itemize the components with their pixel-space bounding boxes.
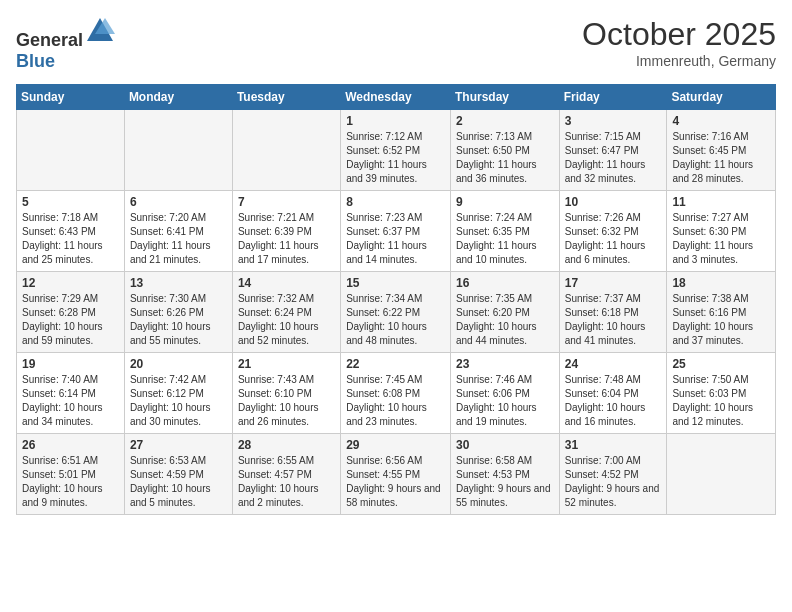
calendar-cell: 7Sunrise: 7:21 AMSunset: 6:39 PMDaylight… bbox=[232, 191, 340, 272]
weekday-header-cell: Thursday bbox=[450, 85, 559, 110]
day-number: 24 bbox=[565, 357, 662, 371]
day-info: Sunrise: 7:48 AMSunset: 6:04 PMDaylight:… bbox=[565, 373, 662, 429]
calendar-cell: 15Sunrise: 7:34 AMSunset: 6:22 PMDayligh… bbox=[341, 272, 451, 353]
day-info: Sunrise: 7:20 AMSunset: 6:41 PMDaylight:… bbox=[130, 211, 227, 267]
weekday-header-cell: Saturday bbox=[667, 85, 776, 110]
day-info: Sunrise: 7:15 AMSunset: 6:47 PMDaylight:… bbox=[565, 130, 662, 186]
calendar-cell: 2Sunrise: 7:13 AMSunset: 6:50 PMDaylight… bbox=[450, 110, 559, 191]
day-number: 10 bbox=[565, 195, 662, 209]
day-number: 14 bbox=[238, 276, 335, 290]
calendar-cell: 30Sunrise: 6:58 AMSunset: 4:53 PMDayligh… bbox=[450, 434, 559, 515]
title-block: October 2025 Immenreuth, Germany bbox=[582, 16, 776, 69]
day-number: 23 bbox=[456, 357, 554, 371]
day-info: Sunrise: 7:16 AMSunset: 6:45 PMDaylight:… bbox=[672, 130, 770, 186]
calendar-table: SundayMondayTuesdayWednesdayThursdayFrid… bbox=[16, 84, 776, 515]
day-info: Sunrise: 7:40 AMSunset: 6:14 PMDaylight:… bbox=[22, 373, 119, 429]
page-header: General Blue October 2025 Immenreuth, Ge… bbox=[16, 16, 776, 72]
day-info: Sunrise: 7:24 AMSunset: 6:35 PMDaylight:… bbox=[456, 211, 554, 267]
logo-general: General bbox=[16, 30, 83, 50]
day-info: Sunrise: 7:27 AMSunset: 6:30 PMDaylight:… bbox=[672, 211, 770, 267]
day-info: Sunrise: 6:53 AMSunset: 4:59 PMDaylight:… bbox=[130, 454, 227, 510]
logo-text: General Blue bbox=[16, 16, 115, 72]
day-number: 7 bbox=[238, 195, 335, 209]
day-number: 3 bbox=[565, 114, 662, 128]
calendar-cell: 17Sunrise: 7:37 AMSunset: 6:18 PMDayligh… bbox=[559, 272, 667, 353]
calendar-week-row: 1Sunrise: 7:12 AMSunset: 6:52 PMDaylight… bbox=[17, 110, 776, 191]
calendar-cell: 11Sunrise: 7:27 AMSunset: 6:30 PMDayligh… bbox=[667, 191, 776, 272]
day-info: Sunrise: 6:51 AMSunset: 5:01 PMDaylight:… bbox=[22, 454, 119, 510]
day-info: Sunrise: 6:56 AMSunset: 4:55 PMDaylight:… bbox=[346, 454, 445, 510]
calendar-cell: 19Sunrise: 7:40 AMSunset: 6:14 PMDayligh… bbox=[17, 353, 125, 434]
calendar-week-row: 12Sunrise: 7:29 AMSunset: 6:28 PMDayligh… bbox=[17, 272, 776, 353]
day-number: 31 bbox=[565, 438, 662, 452]
calendar-week-row: 26Sunrise: 6:51 AMSunset: 5:01 PMDayligh… bbox=[17, 434, 776, 515]
day-info: Sunrise: 7:18 AMSunset: 6:43 PMDaylight:… bbox=[22, 211, 119, 267]
calendar-cell bbox=[667, 434, 776, 515]
calendar-cell: 26Sunrise: 6:51 AMSunset: 5:01 PMDayligh… bbox=[17, 434, 125, 515]
day-info: Sunrise: 7:30 AMSunset: 6:26 PMDaylight:… bbox=[130, 292, 227, 348]
calendar-cell: 24Sunrise: 7:48 AMSunset: 6:04 PMDayligh… bbox=[559, 353, 667, 434]
calendar-cell: 27Sunrise: 6:53 AMSunset: 4:59 PMDayligh… bbox=[124, 434, 232, 515]
day-info: Sunrise: 7:46 AMSunset: 6:06 PMDaylight:… bbox=[456, 373, 554, 429]
day-number: 18 bbox=[672, 276, 770, 290]
logo-icon bbox=[85, 16, 115, 46]
day-number: 30 bbox=[456, 438, 554, 452]
logo-blue: Blue bbox=[16, 51, 55, 71]
month-title: October 2025 bbox=[582, 16, 776, 53]
day-number: 13 bbox=[130, 276, 227, 290]
calendar-cell: 28Sunrise: 6:55 AMSunset: 4:57 PMDayligh… bbox=[232, 434, 340, 515]
calendar-cell bbox=[232, 110, 340, 191]
day-info: Sunrise: 7:35 AMSunset: 6:20 PMDaylight:… bbox=[456, 292, 554, 348]
weekday-header-cell: Tuesday bbox=[232, 85, 340, 110]
day-number: 22 bbox=[346, 357, 445, 371]
day-number: 16 bbox=[456, 276, 554, 290]
calendar-cell: 5Sunrise: 7:18 AMSunset: 6:43 PMDaylight… bbox=[17, 191, 125, 272]
day-number: 9 bbox=[456, 195, 554, 209]
calendar-cell: 23Sunrise: 7:46 AMSunset: 6:06 PMDayligh… bbox=[450, 353, 559, 434]
day-info: Sunrise: 7:32 AMSunset: 6:24 PMDaylight:… bbox=[238, 292, 335, 348]
day-info: Sunrise: 7:38 AMSunset: 6:16 PMDaylight:… bbox=[672, 292, 770, 348]
calendar-cell: 25Sunrise: 7:50 AMSunset: 6:03 PMDayligh… bbox=[667, 353, 776, 434]
calendar-cell: 8Sunrise: 7:23 AMSunset: 6:37 PMDaylight… bbox=[341, 191, 451, 272]
day-info: Sunrise: 7:29 AMSunset: 6:28 PMDaylight:… bbox=[22, 292, 119, 348]
day-number: 2 bbox=[456, 114, 554, 128]
day-info: Sunrise: 7:12 AMSunset: 6:52 PMDaylight:… bbox=[346, 130, 445, 186]
calendar-cell bbox=[124, 110, 232, 191]
day-number: 5 bbox=[22, 195, 119, 209]
day-info: Sunrise: 7:43 AMSunset: 6:10 PMDaylight:… bbox=[238, 373, 335, 429]
day-number: 8 bbox=[346, 195, 445, 209]
day-number: 11 bbox=[672, 195, 770, 209]
calendar-cell: 10Sunrise: 7:26 AMSunset: 6:32 PMDayligh… bbox=[559, 191, 667, 272]
day-number: 21 bbox=[238, 357, 335, 371]
day-info: Sunrise: 6:55 AMSunset: 4:57 PMDaylight:… bbox=[238, 454, 335, 510]
day-number: 12 bbox=[22, 276, 119, 290]
calendar-week-row: 5Sunrise: 7:18 AMSunset: 6:43 PMDaylight… bbox=[17, 191, 776, 272]
logo: General Blue bbox=[16, 16, 115, 72]
day-number: 17 bbox=[565, 276, 662, 290]
calendar-cell: 29Sunrise: 6:56 AMSunset: 4:55 PMDayligh… bbox=[341, 434, 451, 515]
weekday-header-cell: Wednesday bbox=[341, 85, 451, 110]
day-number: 25 bbox=[672, 357, 770, 371]
weekday-header-cell: Sunday bbox=[17, 85, 125, 110]
day-number: 15 bbox=[346, 276, 445, 290]
calendar-cell: 9Sunrise: 7:24 AMSunset: 6:35 PMDaylight… bbox=[450, 191, 559, 272]
day-info: Sunrise: 7:21 AMSunset: 6:39 PMDaylight:… bbox=[238, 211, 335, 267]
day-info: Sunrise: 7:42 AMSunset: 6:12 PMDaylight:… bbox=[130, 373, 227, 429]
day-number: 20 bbox=[130, 357, 227, 371]
calendar-cell: 31Sunrise: 7:00 AMSunset: 4:52 PMDayligh… bbox=[559, 434, 667, 515]
day-info: Sunrise: 7:13 AMSunset: 6:50 PMDaylight:… bbox=[456, 130, 554, 186]
day-number: 28 bbox=[238, 438, 335, 452]
weekday-header-cell: Monday bbox=[124, 85, 232, 110]
day-number: 26 bbox=[22, 438, 119, 452]
weekday-header-row: SundayMondayTuesdayWednesdayThursdayFrid… bbox=[17, 85, 776, 110]
calendar-cell: 22Sunrise: 7:45 AMSunset: 6:08 PMDayligh… bbox=[341, 353, 451, 434]
calendar-cell: 6Sunrise: 7:20 AMSunset: 6:41 PMDaylight… bbox=[124, 191, 232, 272]
day-info: Sunrise: 6:58 AMSunset: 4:53 PMDaylight:… bbox=[456, 454, 554, 510]
day-info: Sunrise: 7:50 AMSunset: 6:03 PMDaylight:… bbox=[672, 373, 770, 429]
weekday-header-cell: Friday bbox=[559, 85, 667, 110]
day-info: Sunrise: 7:23 AMSunset: 6:37 PMDaylight:… bbox=[346, 211, 445, 267]
calendar-cell: 3Sunrise: 7:15 AMSunset: 6:47 PMDaylight… bbox=[559, 110, 667, 191]
calendar-body: 1Sunrise: 7:12 AMSunset: 6:52 PMDaylight… bbox=[17, 110, 776, 515]
day-number: 6 bbox=[130, 195, 227, 209]
calendar-week-row: 19Sunrise: 7:40 AMSunset: 6:14 PMDayligh… bbox=[17, 353, 776, 434]
